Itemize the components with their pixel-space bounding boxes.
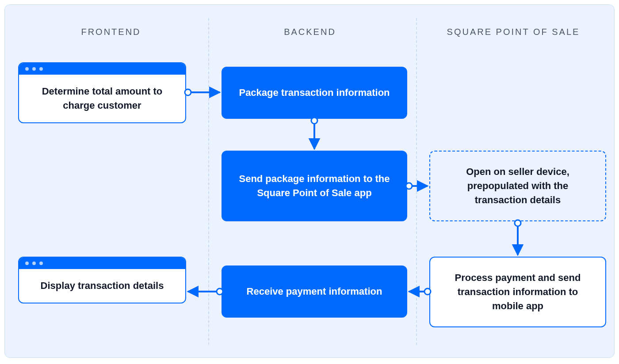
window-dot-icon [32,262,36,265]
node-display-details: Display transaction details [18,257,186,303]
column-separator-2 [416,18,417,345]
node-package-transaction: Package transaction information [222,67,407,119]
arrow-open-to-process [515,220,521,255]
window-dot-icon [39,262,43,265]
window-dot-icon [32,67,36,71]
node-send-package: Send package information to the Square P… [222,151,407,221]
diagram-canvas: FRONTEND BACKEND SQUARE POINT OF SALE De… [4,4,615,358]
node-label: Send package information to the Square P… [235,172,394,200]
arrow-receive-to-display [188,288,223,295]
arrow-process-to-receive [409,288,431,295]
window-titlebar [19,63,185,75]
node-determine-total: Determine total amount to charge custome… [18,62,186,123]
column-separator-1 [208,18,209,345]
column-header-frontend: FRONTEND [18,27,204,37]
node-label: Receive payment information [247,284,382,299]
node-label: Display transaction details [19,269,185,303]
node-receive-payment: Receive payment information [222,265,407,318]
node-label: Determine total amount to charge custome… [19,75,185,122]
window-dot-icon [39,67,43,71]
window-dot-icon [25,67,29,71]
node-open-device: Open on seller device, prepopulated with… [429,151,606,221]
arrow-determine-to-package [185,89,220,95]
node-process-payment: Process payment and send transaction inf… [429,257,606,327]
window-titlebar [19,258,185,269]
node-label: Open on seller device, prepopulated with… [443,165,592,207]
node-label: Package transaction information [239,86,390,100]
node-label: Process payment and send transaction inf… [443,271,592,313]
column-header-backend: BACKEND [217,27,403,37]
arrow-package-to-send [311,118,317,149]
column-header-pos: SQUARE POINT OF SALE [420,27,606,37]
window-dot-icon [25,262,29,265]
